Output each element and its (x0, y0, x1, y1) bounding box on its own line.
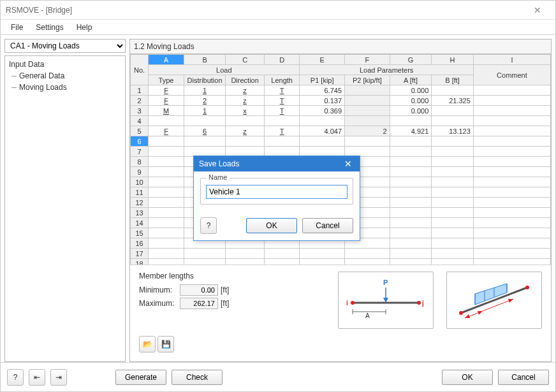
name-input[interactable] (206, 185, 348, 199)
dialog-ok-button[interactable]: OK (246, 218, 297, 233)
svg-point-13 (525, 286, 529, 289)
table-row[interactable]: 17 (131, 249, 551, 259)
prev-table-icon[interactable]: ⇤ (29, 369, 45, 386)
dialog-help-icon[interactable]: ? (200, 217, 217, 234)
max-label: Maximum: (139, 299, 177, 308)
preview-trapezoid (446, 272, 542, 329)
col-B[interactable]: B (184, 55, 226, 65)
col-C[interactable]: C (226, 55, 265, 65)
ok-button[interactable]: OK (442, 370, 493, 385)
dialog-title-bar[interactable]: Save Loads ✕ (194, 156, 360, 171)
col-H[interactable]: H (432, 55, 474, 65)
dialog-title: Save Loads (199, 159, 342, 168)
close-icon[interactable]: ✕ (525, 5, 550, 15)
title-bar: RSMOVE - [Bridge] ✕ (1, 1, 555, 20)
cancel-button[interactable]: Cancel (498, 370, 549, 385)
tree-moving-loads[interactable]: Moving Loads (6, 82, 124, 93)
col-G[interactable]: G (390, 55, 432, 65)
member-lengths: Member lengths Minimum: [ft] Maximum: [f… (139, 272, 267, 355)
table-row[interactable]: 3M1xT0.3690.000 (131, 106, 551, 116)
svg-point-12 (459, 311, 463, 315)
open-icon[interactable]: 📂 (139, 336, 156, 352)
preview-beam: P i j A (338, 272, 434, 329)
col-E[interactable]: E (300, 55, 345, 65)
svg-text:j: j (421, 300, 424, 307)
table-row[interactable]: 18 (131, 259, 551, 265)
panel-title: 1.2 Moving Loads (130, 40, 551, 54)
bottom-bar: ? ⇤ ⇥ Generate Check OK Cancel (1, 362, 555, 391)
min-label: Minimum: (139, 286, 177, 294)
col-D[interactable]: D (264, 55, 300, 65)
table-row[interactable]: 2F2zT0.1370.00021.325 (131, 96, 551, 106)
table-row[interactable]: 6 (131, 136, 551, 147)
nav-tree: Input Data General Data Moving Loads (4, 55, 126, 362)
menu-file[interactable]: File (6, 22, 28, 33)
svg-point-4 (417, 301, 421, 305)
max-value (180, 298, 218, 309)
next-table-icon[interactable]: ⇥ (50, 369, 67, 386)
menu-help[interactable]: Help (71, 22, 98, 33)
svg-marker-20 (465, 314, 470, 318)
tree-root[interactable]: Input Data (6, 59, 124, 70)
menu-settings[interactable]: Settings (31, 22, 68, 33)
dialog-close-icon[interactable]: ✕ (342, 159, 355, 169)
svg-marker-21 (478, 311, 483, 315)
table-row[interactable]: 1F1zT6.7450.000 (131, 85, 551, 96)
member-lengths-title: Member lengths (139, 272, 267, 280)
min-value (180, 284, 218, 296)
menu-bar: File Settings Help (1, 20, 555, 35)
save-loads-dialog: Save Loads ✕ Name ? OK Cancel (193, 156, 360, 241)
table-row[interactable]: 4 (131, 116, 551, 126)
dialog-cancel-button[interactable]: Cancel (302, 218, 353, 233)
svg-marker-23 (508, 299, 513, 303)
col-F[interactable]: F (345, 55, 390, 65)
tree-general-data[interactable]: General Data (6, 70, 124, 82)
col-I[interactable]: I (473, 55, 550, 65)
svg-text:A: A (365, 312, 370, 319)
col-A[interactable]: A (149, 55, 184, 65)
check-button[interactable]: Check (172, 370, 223, 385)
help-icon[interactable]: ? (7, 369, 24, 386)
svg-text:i: i (346, 300, 348, 307)
min-unit: [ft] (221, 286, 229, 294)
svg-point-3 (351, 301, 355, 305)
arrow-label: P (383, 279, 388, 286)
name-group: Name (200, 178, 353, 205)
name-group-label: Name (206, 173, 230, 181)
svg-line-22 (483, 299, 513, 311)
max-unit: [ft] (221, 299, 229, 308)
case-selector[interactable]: CA1 - Moving Loads (4, 39, 126, 53)
save-icon[interactable]: 💾 (157, 336, 174, 352)
window-title: RSMOVE - [Bridge] (6, 6, 525, 15)
table-row[interactable]: 5F6zT4.04724.92113.123 (131, 126, 551, 136)
generate-button[interactable]: Generate (115, 370, 166, 385)
